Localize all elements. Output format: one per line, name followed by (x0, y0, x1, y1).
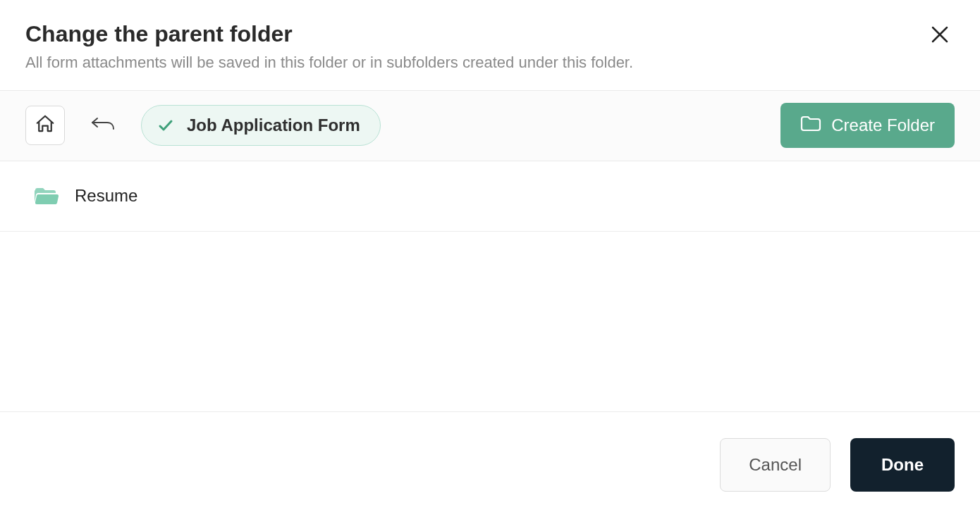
dialog-title: Change the parent folder (25, 21, 955, 47)
folder-toolbar: Job Application Form Create Folder (0, 91, 980, 161)
current-folder-label: Job Application Form (187, 116, 360, 135)
dialog-footer: Cancel Done (0, 411, 980, 517)
close-button[interactable] (929, 24, 950, 45)
done-button[interactable]: Done (850, 438, 955, 492)
cancel-button[interactable]: Cancel (720, 438, 831, 492)
home-button[interactable] (25, 106, 65, 145)
folder-open-icon (34, 185, 59, 206)
dialog-subtitle: All form attachments will be saved in th… (25, 53, 955, 73)
folder-plus-icon (800, 114, 821, 137)
create-folder-button[interactable]: Create Folder (780, 103, 955, 148)
close-icon (929, 24, 950, 45)
home-icon (35, 113, 56, 137)
undo-arrow-icon (90, 113, 116, 137)
create-folder-label: Create Folder (831, 116, 935, 135)
dialog-header: Change the parent folder All form attach… (0, 0, 980, 91)
check-icon (157, 117, 174, 134)
current-folder-chip[interactable]: Job Application Form (141, 105, 381, 146)
folder-list: Resume (0, 161, 980, 232)
list-item-label: Resume (75, 186, 137, 206)
list-item[interactable]: Resume (0, 161, 980, 232)
back-button[interactable] (86, 108, 120, 142)
